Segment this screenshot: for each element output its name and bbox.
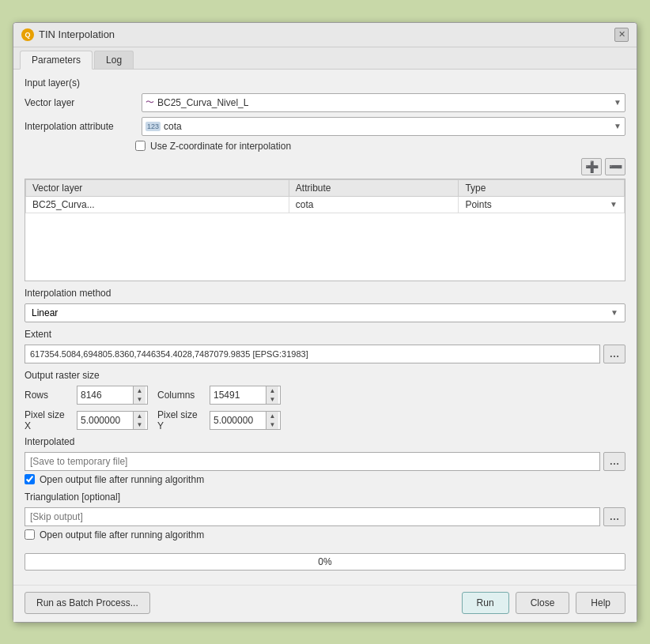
pixel-x-label: Pixel size X — [25, 409, 72, 431]
num-icon: 123 — [145, 122, 161, 131]
raster-size-row-1: Rows ▲ ▼ Columns ▲ — [25, 386, 625, 405]
interpolated-browse-button[interactable]: … — [603, 452, 625, 471]
columns-down[interactable]: ▼ — [266, 395, 278, 404]
triangulation-section: Triangulation [optional] … Open output f… — [25, 491, 625, 540]
col-attribute: Attribute — [289, 179, 459, 196]
type-arrow: ▼ — [610, 200, 618, 209]
cell-vector-layer: BC25_Curva... — [26, 196, 289, 213]
pixel-x-down[interactable]: ▼ — [133, 420, 145, 429]
cell-type: Points ▼ — [459, 196, 625, 213]
title-bar-left: Q TIN Interpolation — [21, 28, 115, 41]
vector-layer-label: Vector layer — [25, 97, 135, 108]
extent-label: Extent — [25, 329, 625, 340]
batch-process-button[interactable]: Run as Batch Process... — [25, 592, 150, 614]
output-raster-size-label: Output raster size — [25, 370, 625, 381]
extent-input[interactable] — [25, 345, 600, 363]
open-output-checkbox[interactable] — [25, 474, 35, 484]
footer: Run as Batch Process... Run Close Help — [13, 585, 637, 622]
interpolated-file-input[interactable] — [25, 452, 600, 471]
interpolation-attr-row: Interpolation attribute 123 cota ▼ — [25, 117, 625, 136]
output-raster-size-section: Output raster size Rows ▲ ▼ Columns — [25, 370, 625, 431]
layers-table-container: Vector layer Attribute Type BC25_Curva..… — [25, 179, 625, 281]
vector-layer-icon: 〜 — [145, 96, 154, 108]
title-bar: Q TIN Interpolation ✕ — [13, 23, 637, 47]
parameters-content: Input layer(s) Vector layer 〜 BC25_Curva… — [13, 70, 637, 585]
vector-layer-combo[interactable]: 〜 BC25_Curva_Nivel_L ▼ — [142, 93, 625, 112]
interpolation-attr-value: cota — [164, 121, 182, 132]
open-triangulation-row: Open output file after running algorithm — [25, 529, 625, 540]
tab-bar: Parameters Log — [13, 47, 637, 70]
remove-layer-button[interactable]: ➖ — [605, 158, 625, 175]
method-arrow: ▼ — [610, 308, 618, 317]
use-z-label: Use Z-coordinate for interpolation — [150, 141, 291, 152]
use-z-row: Use Z-coordinate for interpolation — [135, 141, 625, 152]
vector-layer-value: BC25_Curva_Nivel_L — [157, 97, 248, 108]
vector-layer-arrow: ▼ — [614, 98, 622, 107]
dialog-title: TIN Interpolation — [39, 28, 115, 40]
add-layer-button[interactable]: ➕ — [581, 158, 602, 175]
interpolated-section: Interpolated … Open output file after ru… — [25, 436, 625, 485]
table-toolbar: ➕ ➖ — [25, 158, 625, 175]
pixel-x-spinner[interactable]: ▲ ▼ — [77, 411, 148, 430]
cell-attribute: cota — [289, 196, 459, 213]
rows-down[interactable]: ▼ — [133, 395, 145, 404]
open-output-label: Open output file after running algorithm — [40, 474, 204, 485]
close-button[interactable]: ✕ — [614, 28, 629, 42]
raster-size-row-2: Pixel size X ▲ ▼ Pixel size Y ▲ — [25, 409, 625, 431]
tab-parameters[interactable]: Parameters — [20, 51, 93, 70]
layers-table: Vector layer Attribute Type BC25_Curva..… — [25, 179, 625, 213]
rows-spinner[interactable]: ▲ ▼ — [77, 386, 148, 405]
columns-up[interactable]: ▲ — [266, 386, 278, 395]
triangulation-label: Triangulation [optional] — [25, 491, 625, 503]
extent-browse-button[interactable]: … — [603, 345, 625, 363]
extent-section: Extent … — [25, 329, 625, 363]
interpolation-method-section: Interpolation method Linear ▼ — [25, 288, 625, 322]
use-z-checkbox[interactable] — [135, 141, 145, 151]
pixel-y-input[interactable] — [210, 412, 266, 429]
open-triangulation-label: Open output file after running algorithm — [40, 529, 204, 540]
rows-label: Rows — [25, 390, 72, 401]
pixel-y-label: Pixel size Y — [157, 409, 205, 431]
run-button[interactable]: Run — [462, 592, 509, 614]
pixel-y-up[interactable]: ▲ — [266, 412, 278, 420]
interpolation-method-value: Linear — [32, 307, 58, 318]
interpolated-label: Interpolated — [25, 436, 625, 447]
col-type: Type — [459, 179, 625, 196]
columns-label: Columns — [157, 390, 205, 401]
vector-layer-row: Vector layer 〜 BC25_Curva_Nivel_L ▼ — [25, 93, 625, 112]
table-row: BC25_Curva... cota Points ▼ — [26, 196, 625, 213]
extent-row: … — [25, 345, 625, 363]
triangulation-file-row: … — [25, 507, 625, 526]
tin-interpolation-dialog: Q TIN Interpolation ✕ Parameters Log Inp… — [13, 22, 637, 623]
col-vector-layer: Vector layer — [26, 179, 289, 196]
progress-bar: 0% — [25, 553, 625, 571]
pixel-y-spinner[interactable]: ▲ ▼ — [210, 411, 281, 430]
open-output-row: Open output file after running algorithm — [25, 474, 625, 485]
interpolated-file-row: … — [25, 452, 625, 471]
progress-bar-row: 0% — [25, 547, 625, 577]
rows-up[interactable]: ▲ — [133, 386, 145, 395]
interpolation-method-label: Interpolation method — [25, 288, 625, 299]
interpolation-attr-arrow: ▼ — [614, 122, 622, 130]
tab-log[interactable]: Log — [94, 51, 134, 69]
help-button[interactable]: Help — [576, 592, 625, 614]
progress-text: 0% — [318, 556, 331, 567]
action-buttons: Run Close Help — [462, 592, 625, 614]
triangulation-browse-button[interactable]: … — [603, 507, 625, 526]
pixel-y-down[interactable]: ▼ — [266, 420, 278, 429]
interpolation-method-combo[interactable]: Linear ▼ — [25, 303, 625, 322]
pixel-x-input[interactable] — [77, 412, 133, 429]
qgis-icon: Q — [21, 28, 34, 41]
rows-input[interactable] — [77, 386, 133, 404]
open-triangulation-checkbox[interactable] — [25, 529, 35, 540]
close-dialog-button[interactable]: Close — [516, 592, 570, 614]
pixel-x-up[interactable]: ▲ — [133, 412, 145, 420]
input-layers-label: Input layer(s) — [25, 77, 625, 89]
interpolation-attr-label: Interpolation attribute — [25, 121, 135, 132]
interpolation-attr-combo[interactable]: 123 cota ▼ — [142, 117, 625, 136]
columns-input[interactable] — [210, 386, 266, 404]
columns-spinner[interactable]: ▲ ▼ — [210, 386, 281, 405]
triangulation-file-input[interactable] — [25, 507, 600, 526]
